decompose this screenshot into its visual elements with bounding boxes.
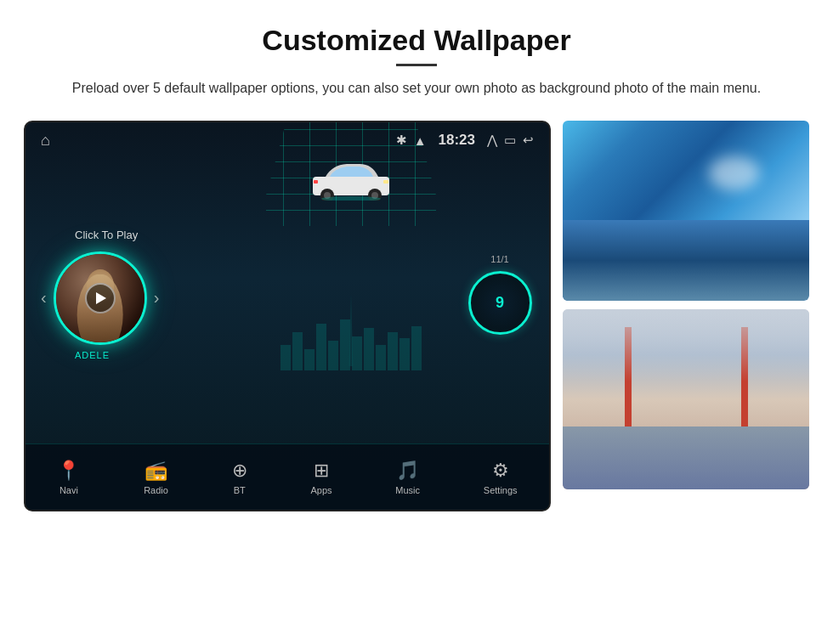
title-divider (396, 64, 437, 66)
ice-rocks (563, 220, 809, 301)
bt-label: BT (234, 485, 246, 495)
nav-icons: ⋀ ▭ ↩ (487, 133, 534, 148)
back-icon: ↩ (523, 133, 534, 148)
music-section: Click To Play ‹ › ADELE (41, 229, 236, 360)
radio-icon: 📻 (144, 460, 167, 482)
settings-label: Settings (484, 485, 518, 495)
ice-highlight (709, 156, 760, 190)
page-title: Customized Wallpaper (51, 24, 782, 57)
wallpaper-previews (563, 121, 809, 511)
play-button[interactable] (85, 283, 116, 314)
building-1 (280, 345, 291, 370)
player-row: ‹ › (41, 251, 159, 345)
speed-value: 9 (496, 294, 504, 312)
expand-icon: ⋀ (487, 133, 497, 148)
bridge-water (563, 427, 809, 489)
nav-item-radio[interactable]: 📻 Radio (144, 460, 168, 495)
navi-label: Navi (60, 485, 78, 495)
bt-icon: ⊕ (232, 460, 247, 482)
settings-icon: ⚙ (492, 460, 509, 482)
bridge-image (563, 309, 809, 489)
bottom-nav: 📍 Navi 📻 Radio ⊕ BT ⊞ Apps 🎵 Music ⚙ Se (26, 443, 549, 510)
nav-item-navi[interactable]: 📍 Navi (57, 460, 80, 495)
svg-rect-5 (383, 180, 388, 184)
screen-middle: Click To Play ‹ › ADELE (26, 158, 549, 430)
building-7 (352, 336, 362, 370)
apps-label: Apps (310, 485, 332, 495)
speedometer: 9 (468, 271, 532, 335)
page-header: Customized Wallpaper Preload over 5 defa… (0, 0, 833, 112)
click-to-play-label: Click To Play (75, 229, 138, 241)
building-6 (340, 319, 350, 370)
nav-item-bt[interactable]: ⊕ BT (232, 460, 247, 495)
building-4 (316, 324, 326, 370)
main-content: ⌂ ✱ ▲ 18:23 ⋀ ▭ ↩ Click To Play ‹ (0, 121, 833, 511)
speedometer-section: 11/1 9 (466, 254, 534, 335)
play-icon (96, 292, 106, 304)
svg-rect-6 (314, 180, 318, 184)
music-icon: 🎵 (396, 460, 419, 482)
ice-image (563, 121, 809, 301)
city-background (236, 294, 466, 370)
prev-button[interactable]: ‹ (41, 288, 47, 308)
building-8 (364, 328, 374, 370)
road-display (266, 121, 436, 226)
building-3 (304, 349, 314, 370)
album-label: ADELE (75, 350, 110, 360)
page-description: Preload over 5 default wallpaper options… (51, 78, 782, 99)
nav-item-apps[interactable]: ⊞ Apps (310, 460, 332, 495)
radio-label: Radio (144, 485, 168, 495)
nav-item-music[interactable]: 🎵 Music (395, 460, 420, 495)
time-display: 18:23 (439, 132, 475, 149)
car-screen: ⌂ ✱ ▲ 18:23 ⋀ ▭ ↩ Click To Play ‹ (24, 121, 551, 511)
home-icon: ⌂ (41, 132, 50, 150)
building-10 (388, 332, 398, 370)
car-svg (309, 158, 394, 201)
car-display (309, 158, 394, 201)
navi-icon: 📍 (57, 460, 80, 482)
building-5 (328, 341, 338, 370)
ice-preview[interactable] (563, 121, 809, 301)
building-11 (400, 338, 410, 370)
building-2 (292, 332, 303, 370)
next-button[interactable]: › (154, 288, 160, 308)
window-icon: ▭ (504, 133, 516, 148)
date-display: 11/1 (490, 254, 508, 264)
music-label: Music (395, 485, 420, 495)
fog-overlay (563, 309, 809, 381)
album-art[interactable] (54, 251, 147, 345)
nav-item-settings[interactable]: ⚙ Settings (484, 460, 518, 495)
building-9 (376, 345, 386, 370)
bridge-preview[interactable] (563, 309, 809, 489)
apps-icon: ⊞ (314, 460, 329, 482)
building-12 (411, 326, 422, 370)
